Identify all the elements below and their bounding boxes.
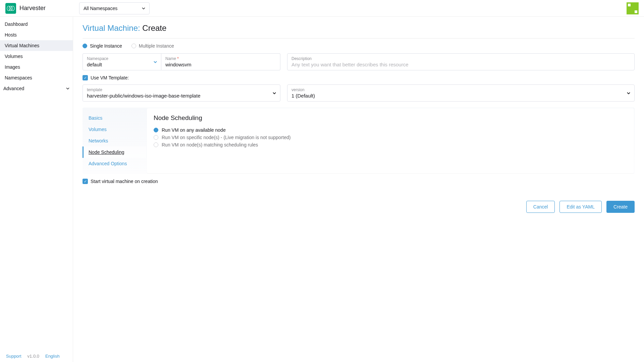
chevron-down-icon <box>66 86 69 91</box>
support-link[interactable]: Support <box>6 354 21 359</box>
start-on-create-row[interactable]: ✓ Start virtual machine on creation <box>83 179 635 184</box>
svg-point-1 <box>9 6 12 11</box>
tab-volumes[interactable]: Volumes <box>83 124 146 135</box>
template-field[interactable]: template harvester-public/windows-iso-im… <box>83 84 280 102</box>
harvester-icon <box>7 6 15 11</box>
sched-option-specific-node[interactable]: Run VM on specific node(s) - (Live migra… <box>154 134 627 141</box>
tab-advanced-options[interactable]: Advanced Options <box>83 158 146 169</box>
chevron-down-icon <box>627 90 630 96</box>
use-template-label: Use VM Template: <box>91 75 129 80</box>
svg-point-0 <box>7 6 10 11</box>
version-field[interactable]: version 1 (Default) <box>287 84 635 102</box>
brand-logo[interactable] <box>5 3 16 14</box>
user-avatar[interactable] <box>627 2 639 14</box>
radio-icon <box>154 128 158 132</box>
sidebar-item-namespaces[interactable]: Namespaces <box>0 72 73 83</box>
template-value: harvester-public/windows-iso-image-base-… <box>87 93 276 99</box>
tab-networks[interactable]: Networks <box>83 135 146 146</box>
namespace-label: Namespace <box>87 56 157 61</box>
radio-icon <box>83 44 87 48</box>
radio-icon <box>154 135 158 140</box>
sidebar-group-advanced[interactable]: Advanced <box>0 83 73 94</box>
sidebar-footer: Support v1.0.0 English <box>0 350 73 362</box>
version-value: 1 (Default) <box>291 93 630 99</box>
page-title-prefix: Virtual Machine: <box>83 23 140 33</box>
header: Harvester All Namespaces <box>0 0 644 17</box>
page-title: Virtual Machine: Create <box>83 23 635 33</box>
checkbox-checked-icon: ✓ <box>83 75 88 80</box>
namespace-value: default <box>87 62 157 67</box>
main-content: Virtual Machine: Create Single Instance … <box>73 17 644 362</box>
sched-option-matching-rules[interactable]: Run VM on node(s) matching scheduling ru… <box>154 141 627 148</box>
chevron-down-icon <box>154 59 157 65</box>
nav: Dashboard Hosts Virtual Machines Volumes… <box>0 17 73 350</box>
sidebar: Dashboard Hosts Virtual Machines Volumes… <box>0 17 73 362</box>
sidebar-item-volumes[interactable]: Volumes <box>0 51 73 62</box>
name-field[interactable]: Name * windowsvm <box>161 53 280 70</box>
divider <box>83 38 635 39</box>
page-title-action: Create <box>142 23 166 33</box>
version-label: v1.0.0 <box>28 354 39 359</box>
checkbox-checked-icon: ✓ <box>83 179 88 184</box>
cancel-button[interactable]: Cancel <box>526 201 555 213</box>
use-template-checkbox-row[interactable]: ✓ Use VM Template: <box>83 75 635 80</box>
chevron-down-icon <box>142 6 145 11</box>
radio-multiple-instance[interactable]: Multiple Instance <box>131 43 174 49</box>
tab-list: Basics Volumes Networks Node Scheduling … <box>83 108 146 174</box>
description-label: Description <box>291 56 630 61</box>
edit-as-yaml-button[interactable]: Edit as YAML <box>559 201 602 213</box>
description-placeholder: Any text you want that better describes … <box>291 62 630 67</box>
tab-basics[interactable]: Basics <box>83 112 146 124</box>
description-field[interactable]: Description Any text you want that bette… <box>287 53 635 70</box>
tab-content-node-scheduling: Node Scheduling Run VM on any available … <box>147 108 634 173</box>
namespace-selector[interactable]: All Namespaces <box>79 2 150 14</box>
namespace-selector-value: All Namespaces <box>84 6 117 11</box>
radio-icon <box>131 44 136 48</box>
svg-point-2 <box>11 6 14 11</box>
radio-icon <box>154 142 158 147</box>
config-tabs: Basics Volumes Networks Node Scheduling … <box>83 108 635 174</box>
template-label: template <box>87 87 276 92</box>
start-on-create-label: Start virtual machine on creation <box>91 179 158 184</box>
tab-node-scheduling[interactable]: Node Scheduling <box>83 146 146 158</box>
radio-single-instance[interactable]: Single Instance <box>83 43 122 49</box>
scheduling-heading: Node Scheduling <box>154 114 627 122</box>
chevron-down-icon <box>273 90 276 96</box>
brand-name: Harvester <box>19 5 46 12</box>
name-label: Name * <box>165 56 276 61</box>
create-button[interactable]: Create <box>606 201 635 213</box>
version-label: version <box>291 87 630 92</box>
action-row: Cancel Edit as YAML Create <box>83 201 635 213</box>
instance-mode-row: Single Instance Multiple Instance <box>83 43 635 49</box>
name-value: windowsvm <box>165 62 276 67</box>
sidebar-item-virtual-machines[interactable]: Virtual Machines <box>0 40 73 51</box>
sidebar-item-dashboard[interactable]: Dashboard <box>0 19 73 29</box>
namespace-field[interactable]: Namespace default <box>83 53 161 70</box>
language-link[interactable]: English <box>45 354 60 359</box>
sidebar-item-images[interactable]: Images <box>0 62 73 72</box>
sidebar-item-hosts[interactable]: Hosts <box>0 29 73 40</box>
sched-option-any-node[interactable]: Run VM on any available node <box>154 126 627 134</box>
